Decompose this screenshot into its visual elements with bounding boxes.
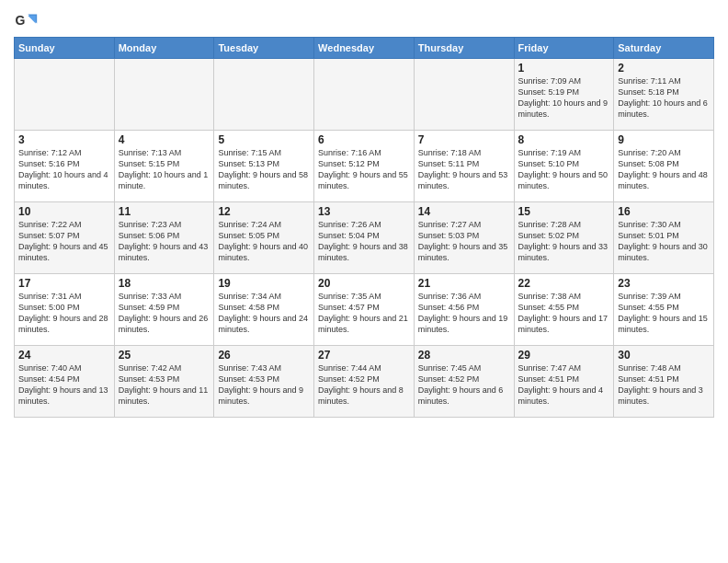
day-cell: 13Sunrise: 7:26 AM Sunset: 5:04 PM Dayli…: [314, 202, 415, 274]
day-cell: [314, 59, 415, 131]
day-number: 14: [418, 205, 510, 218]
day-info: Sunrise: 7:20 AM Sunset: 5:08 PM Dayligh…: [618, 147, 710, 192]
day-info: Sunrise: 7:13 AM Sunset: 5:15 PM Dayligh…: [119, 147, 210, 192]
day-cell: 12Sunrise: 7:24 AM Sunset: 5:05 PM Dayli…: [214, 202, 314, 274]
day-info: Sunrise: 7:16 AM Sunset: 5:12 PM Dayligh…: [318, 147, 410, 192]
day-number: 22: [518, 277, 610, 290]
logo-icon: G: [14, 9, 40, 35]
day-number: 26: [218, 349, 310, 362]
day-number: 2: [618, 62, 710, 75]
day-info: Sunrise: 7:28 AM Sunset: 5:02 PM Dayligh…: [518, 219, 610, 264]
day-number: 19: [218, 277, 310, 290]
day-info: Sunrise: 7:11 AM Sunset: 5:18 PM Dayligh…: [618, 75, 710, 121]
day-info: Sunrise: 7:45 AM Sunset: 4:52 PM Dayligh…: [418, 362, 510, 408]
day-cell: 14Sunrise: 7:27 AM Sunset: 5:03 PM Dayli…: [414, 202, 514, 274]
day-info: Sunrise: 7:35 AM Sunset: 4:57 PM Dayligh…: [318, 291, 410, 336]
col-header-sunday: Sunday: [15, 38, 115, 59]
day-info: Sunrise: 7:38 AM Sunset: 4:55 PM Dayligh…: [518, 291, 610, 336]
calendar-table: SundayMondayTuesdayWednesdayThursdayFrid…: [14, 37, 714, 418]
col-header-friday: Friday: [514, 38, 614, 59]
day-info: Sunrise: 7:30 AM Sunset: 5:01 PM Dayligh…: [618, 219, 710, 264]
day-info: Sunrise: 7:18 AM Sunset: 5:11 PM Dayligh…: [418, 147, 510, 192]
day-number: 24: [18, 349, 110, 362]
day-number: 15: [518, 205, 610, 218]
day-info: Sunrise: 7:09 AM Sunset: 5:19 PM Dayligh…: [518, 75, 610, 121]
week-row-5: 24Sunrise: 7:40 AM Sunset: 4:54 PM Dayli…: [15, 346, 714, 418]
week-row-4: 17Sunrise: 7:31 AM Sunset: 5:00 PM Dayli…: [15, 274, 714, 346]
day-info: Sunrise: 7:27 AM Sunset: 5:03 PM Dayligh…: [418, 219, 510, 264]
day-info: Sunrise: 7:42 AM Sunset: 4:53 PM Dayligh…: [119, 362, 210, 408]
day-cell: 10Sunrise: 7:22 AM Sunset: 5:07 PM Dayli…: [15, 202, 115, 274]
col-header-tuesday: Tuesday: [214, 38, 314, 59]
day-number: 28: [418, 349, 510, 362]
day-cell: 19Sunrise: 7:34 AM Sunset: 4:58 PM Dayli…: [214, 274, 314, 346]
day-cell: 1Sunrise: 7:09 AM Sunset: 5:19 PM Daylig…: [514, 59, 614, 131]
day-number: 1: [518, 62, 610, 75]
day-cell: 6Sunrise: 7:16 AM Sunset: 5:12 PM Daylig…: [314, 131, 415, 202]
day-cell: 15Sunrise: 7:28 AM Sunset: 5:02 PM Dayli…: [514, 202, 614, 274]
day-cell: 30Sunrise: 7:48 AM Sunset: 4:51 PM Dayli…: [614, 346, 714, 418]
day-info: Sunrise: 7:47 AM Sunset: 4:51 PM Dayligh…: [518, 362, 610, 408]
day-number: 4: [119, 133, 210, 146]
day-cell: 29Sunrise: 7:47 AM Sunset: 4:51 PM Dayli…: [514, 346, 614, 418]
day-number: 7: [418, 133, 510, 146]
day-info: Sunrise: 7:40 AM Sunset: 4:54 PM Dayligh…: [18, 362, 110, 408]
svg-text:G: G: [15, 13, 25, 28]
day-info: Sunrise: 7:39 AM Sunset: 4:55 PM Dayligh…: [618, 291, 710, 336]
page-container: G SundayMondayTuesdayWednesdayThursdayFr…: [0, 0, 728, 422]
day-number: 27: [318, 349, 410, 362]
day-number: 11: [119, 205, 210, 218]
day-number: 13: [318, 205, 410, 218]
day-cell: 17Sunrise: 7:31 AM Sunset: 5:00 PM Dayli…: [15, 274, 115, 346]
day-info: Sunrise: 7:33 AM Sunset: 4:59 PM Dayligh…: [119, 291, 210, 336]
day-number: 30: [618, 349, 710, 362]
day-cell: 22Sunrise: 7:38 AM Sunset: 4:55 PM Dayli…: [514, 274, 614, 346]
day-cell: 24Sunrise: 7:40 AM Sunset: 4:54 PM Dayli…: [15, 346, 115, 418]
day-cell: 11Sunrise: 7:23 AM Sunset: 5:06 PM Dayli…: [114, 202, 214, 274]
day-number: 10: [18, 205, 110, 218]
day-info: Sunrise: 7:34 AM Sunset: 4:58 PM Dayligh…: [218, 291, 310, 336]
header-row: SundayMondayTuesdayWednesdayThursdayFrid…: [15, 38, 714, 59]
day-cell: 2Sunrise: 7:11 AM Sunset: 5:18 PM Daylig…: [614, 59, 714, 131]
day-info: Sunrise: 7:26 AM Sunset: 5:04 PM Dayligh…: [318, 219, 410, 264]
day-info: Sunrise: 7:22 AM Sunset: 5:07 PM Dayligh…: [18, 219, 110, 264]
svg-marker-2: [28, 16, 35, 23]
day-cell: 4Sunrise: 7:13 AM Sunset: 5:15 PM Daylig…: [114, 131, 214, 202]
col-header-wednesday: Wednesday: [314, 38, 415, 59]
day-number: 12: [218, 205, 310, 218]
day-info: Sunrise: 7:31 AM Sunset: 5:00 PM Dayligh…: [18, 291, 110, 336]
day-info: Sunrise: 7:48 AM Sunset: 4:51 PM Dayligh…: [618, 362, 710, 408]
day-number: 29: [518, 349, 610, 362]
logo: G: [14, 9, 43, 35]
week-row-1: 1Sunrise: 7:09 AM Sunset: 5:19 PM Daylig…: [15, 59, 714, 131]
col-header-saturday: Saturday: [614, 38, 714, 59]
day-info: Sunrise: 7:36 AM Sunset: 4:56 PM Dayligh…: [418, 291, 510, 336]
day-cell: [414, 59, 514, 131]
day-cell: 27Sunrise: 7:44 AM Sunset: 4:52 PM Dayli…: [314, 346, 415, 418]
day-cell: 5Sunrise: 7:15 AM Sunset: 5:13 PM Daylig…: [214, 131, 314, 202]
day-info: Sunrise: 7:44 AM Sunset: 4:52 PM Dayligh…: [318, 362, 410, 408]
header: G: [14, 9, 714, 35]
day-cell: 18Sunrise: 7:33 AM Sunset: 4:59 PM Dayli…: [114, 274, 214, 346]
col-header-monday: Monday: [114, 38, 214, 59]
day-cell: 21Sunrise: 7:36 AM Sunset: 4:56 PM Dayli…: [414, 274, 514, 346]
day-number: 18: [119, 277, 210, 290]
day-cell: 9Sunrise: 7:20 AM Sunset: 5:08 PM Daylig…: [614, 131, 714, 202]
day-cell: 3Sunrise: 7:12 AM Sunset: 5:16 PM Daylig…: [15, 131, 115, 202]
day-cell: 23Sunrise: 7:39 AM Sunset: 4:55 PM Dayli…: [614, 274, 714, 346]
week-row-2: 3Sunrise: 7:12 AM Sunset: 5:16 PM Daylig…: [15, 131, 714, 202]
day-number: 8: [518, 133, 610, 146]
day-number: 5: [218, 133, 310, 146]
day-info: Sunrise: 7:23 AM Sunset: 5:06 PM Dayligh…: [119, 219, 210, 264]
day-number: 16: [618, 205, 710, 218]
day-cell: [214, 59, 314, 131]
day-number: 25: [119, 349, 210, 362]
col-header-thursday: Thursday: [414, 38, 514, 59]
day-cell: 26Sunrise: 7:43 AM Sunset: 4:53 PM Dayli…: [214, 346, 314, 418]
day-cell: 20Sunrise: 7:35 AM Sunset: 4:57 PM Dayli…: [314, 274, 415, 346]
day-number: 20: [318, 277, 410, 290]
day-info: Sunrise: 7:43 AM Sunset: 4:53 PM Dayligh…: [218, 362, 310, 408]
day-info: Sunrise: 7:19 AM Sunset: 5:10 PM Dayligh…: [518, 147, 610, 192]
day-cell: 28Sunrise: 7:45 AM Sunset: 4:52 PM Dayli…: [414, 346, 514, 418]
day-info: Sunrise: 7:24 AM Sunset: 5:05 PM Dayligh…: [218, 219, 310, 264]
